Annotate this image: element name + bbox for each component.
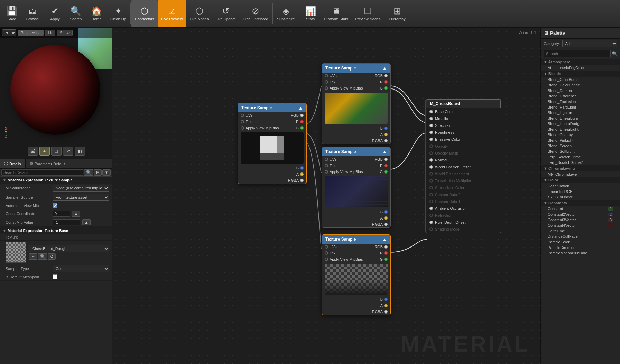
details-search-btn[interactable]: 🔍 bbox=[84, 169, 93, 176]
details-eye-btn[interactable]: 👁 bbox=[102, 169, 111, 176]
toolbar-save[interactable]: 💾 Save bbox=[1, 0, 22, 27]
toolbar-previewnodes[interactable]: ☐ Preview Nodes bbox=[352, 0, 384, 27]
pal-item-blend-softlight[interactable]: Blend_SoftLight bbox=[541, 149, 620, 154]
pal-item-particlecolor[interactable]: ParticleColor bbox=[541, 239, 620, 245]
viewport-perspective-btn[interactable]: Perspective bbox=[18, 30, 44, 36]
node-header-1: Texture Sample ▲ bbox=[238, 103, 306, 112]
samplersource-select[interactable]: From texture asset bbox=[53, 194, 109, 201]
vp-tool-4[interactable]: ↗ bbox=[63, 147, 73, 156]
pal-item-blend-hardlight[interactable]: Blend_HardLight bbox=[541, 104, 620, 110]
pal-item-particledirection[interactable]: ParticleDirection bbox=[541, 245, 620, 250]
pal-item-blend-lineardodge[interactable]: Blend_LinearDodge bbox=[541, 121, 620, 127]
palette-title: Palette bbox=[550, 30, 565, 36]
palette-category-select[interactable]: All bbox=[562, 40, 617, 47]
pal-item-blend-difference[interactable]: Blend_Difference bbox=[541, 93, 620, 99]
constmip-up[interactable]: ▲ bbox=[82, 219, 91, 225]
viewport-bottom-toolbar: 🏛 ● □ ↗ ◧ bbox=[28, 147, 85, 156]
toolbar-search[interactable]: 🔍 Search bbox=[65, 0, 86, 27]
details-tab-params[interactable]: ⚙ Parameter Default: bbox=[26, 159, 71, 168]
pin-row-rgba-4: RGBA bbox=[322, 309, 390, 315]
toolbar-connectors[interactable]: ⬡ Connectors bbox=[131, 0, 158, 27]
section-matexpr[interactable]: ▼ Material Expression Texture Sample bbox=[0, 176, 112, 184]
viewport-mode-dropdown[interactable]: ▼ bbox=[2, 29, 16, 36]
pal-item-atmosphericfogcolor[interactable]: AtmosphericFogColor bbox=[541, 65, 620, 71]
toolbar-stats[interactable]: 📊 Stats bbox=[300, 0, 321, 27]
tex-search-btn[interactable]: 🔍 bbox=[38, 253, 47, 260]
home-icon: 🏠 bbox=[91, 7, 102, 16]
vp-tool-2[interactable]: ● bbox=[39, 147, 50, 156]
automip-checkbox[interactable] bbox=[53, 203, 57, 208]
pal-item-constant4vector[interactable]: Constant4Vector4 bbox=[541, 223, 620, 228]
material-node[interactable]: M_ChessBoard Base Color Metallic Specula… bbox=[425, 99, 501, 233]
node-editor[interactable]: Zoom 1:1 Texture Sample ▲ UVs bbox=[112, 28, 540, 364]
pal-item-blend-linearlight[interactable]: Blend_LinearLight bbox=[541, 127, 620, 132]
pal-item-blend-colorburn[interactable]: Blend_ColorBurn bbox=[541, 77, 620, 82]
section-texbase[interactable]: ▼ Material Expression Texture Base bbox=[0, 227, 112, 234]
pal-item-blend-lighten[interactable]: Blend_Lighten bbox=[541, 110, 620, 115]
pal-item-srgbtolinear[interactable]: sRGBToLinear bbox=[541, 194, 620, 200]
vp-tool-1[interactable]: 🏛 bbox=[28, 147, 38, 156]
pal-item-particlemotionblurfade[interactable]: ParticleMotionBlurFade bbox=[541, 250, 620, 256]
palette-search-input[interactable] bbox=[544, 50, 611, 57]
pal-item-desaturation[interactable]: Desaturation bbox=[541, 183, 620, 189]
pal-group-blends[interactable]: ▼ Blends bbox=[541, 71, 620, 77]
pal-item-blend-colordodge[interactable]: Blend_ColorDodge bbox=[541, 82, 620, 88]
pin-row-uvs-4: UVs RGB bbox=[322, 244, 390, 250]
pal-item-blend-screen[interactable]: Blend_Screen bbox=[541, 143, 620, 149]
details-search-input[interactable] bbox=[1, 169, 83, 176]
viewport-show-btn[interactable]: Show bbox=[57, 30, 73, 36]
toolbar-hideunrelated[interactable]: ⊘ Hide Unrelated bbox=[239, 0, 271, 27]
pal-item-blend-exclusion[interactable]: Blend_Exclusion bbox=[541, 99, 620, 104]
texture-name-select[interactable]: ChessBoard_Rough bbox=[29, 245, 109, 252]
mat-ambientocclusion: Ambient Occlusion bbox=[426, 205, 501, 212]
viewport[interactable]: ▼ Perspective Lit Show X Y Z 🏛 ● □ ↗ ◧ bbox=[0, 28, 112, 159]
node-texture-sample-2[interactable]: Texture Sample ▲ UVs RGB Tex R Apply Vie… bbox=[322, 63, 391, 144]
pal-item-blend-pinlight[interactable]: Blend_PinLight bbox=[541, 138, 620, 143]
toolbar-substance[interactable]: ◈ Substance bbox=[274, 0, 298, 27]
pal-group-constants[interactable]: ▼ Constants bbox=[541, 200, 620, 206]
tex-back-btn[interactable]: ← bbox=[29, 253, 37, 260]
mipvaluemode-select[interactable]: None (use computed mip level) bbox=[53, 185, 109, 192]
node-texture-sample-4[interactable]: Texture Sample ▲ UVs RGB Tex R Apply Vie… bbox=[322, 234, 391, 315]
pal-group-color[interactable]: ▼ Color bbox=[541, 177, 620, 183]
node-texture-sample-1[interactable]: Texture Sample ▲ UVs RGB Tex R Apply Vie… bbox=[238, 103, 307, 184]
pin-uvs-in-1 bbox=[241, 114, 244, 117]
tex-refresh-btn[interactable]: ↺ bbox=[48, 253, 56, 260]
toolbar-browse[interactable]: 🗂 Browse bbox=[22, 0, 43, 27]
pal-item-blend-linearburn[interactable]: Blend_LinearBurn bbox=[541, 115, 620, 121]
pal-item-distancecullfade[interactable]: DistanceCullFade bbox=[541, 234, 620, 239]
constmip-input[interactable] bbox=[53, 219, 80, 225]
node-texture-sample-3[interactable]: Texture Sample ▲ UVs RGB Tex R Apply Vie… bbox=[322, 147, 391, 228]
toolbar-livepreview[interactable]: ☑ Live Preview bbox=[158, 0, 186, 27]
pal-item-constant[interactable]: Constant1 bbox=[541, 206, 620, 212]
pal-item-blend-darken[interactable]: Blend_Darken bbox=[541, 88, 620, 93]
pal-item-lerp-scratchgrime[interactable]: Lerp_ScratchGrime bbox=[541, 154, 620, 160]
pin-refraction bbox=[429, 214, 433, 217]
pal-item-mf-chromakeyer[interactable]: MF_Chromakeyer bbox=[541, 171, 620, 177]
defaultmeshpain-checkbox[interactable] bbox=[53, 274, 57, 279]
details-tab-details[interactable]: ⓘ Details bbox=[0, 159, 26, 168]
details-grid-btn[interactable]: ⊞ bbox=[94, 169, 102, 176]
constcoord-up[interactable]: ▲ bbox=[72, 211, 80, 217]
toolbar-home[interactable]: 🏠 Home bbox=[86, 0, 107, 27]
vp-tool-3[interactable]: □ bbox=[51, 147, 62, 156]
toolbar-hierarchy[interactable]: ⊞ Hierarchy bbox=[386, 0, 409, 27]
pal-item-constant3vector[interactable]: Constant3Vector3 bbox=[541, 217, 620, 223]
toolbar-platformstats[interactable]: 🖥 Platform Stats bbox=[321, 0, 352, 27]
samplertype-select[interactable]: Color bbox=[53, 265, 109, 272]
pal-group-chromakeying[interactable]: ▼ Chromakeying bbox=[541, 165, 620, 171]
pal-group-atmosphere[interactable]: ▼ Atmosphere bbox=[541, 59, 620, 65]
viewport-lit-btn[interactable]: Lit bbox=[45, 30, 55, 36]
toolbar-livenodes[interactable]: ⬡ Live Nodes bbox=[186, 0, 212, 27]
toolbar-liveupdate[interactable]: ↺ Live Update bbox=[212, 0, 240, 27]
toolbar-cleanup[interactable]: ✦ Clean Up bbox=[107, 0, 130, 27]
pin-row-tex-4: Tex R bbox=[322, 250, 390, 256]
pal-item-deltatime[interactable]: DeltaTime bbox=[541, 228, 620, 234]
constcoord-input[interactable] bbox=[53, 211, 70, 217]
pal-item-lerp-scratchgrime2[interactable]: Lerp_ScratchGrime2 bbox=[541, 160, 620, 165]
pal-item-blend-overlay[interactable]: Blend_Overlay bbox=[541, 132, 620, 138]
vp-tool-5[interactable]: ◧ bbox=[75, 147, 85, 156]
pal-item-constant2vector[interactable]: Constant2Vector2 bbox=[541, 212, 620, 217]
toolbar-apply[interactable]: ✔ Apply bbox=[45, 0, 65, 27]
pal-item-lineartosrgb[interactable]: LinearTosRGB bbox=[541, 189, 620, 194]
